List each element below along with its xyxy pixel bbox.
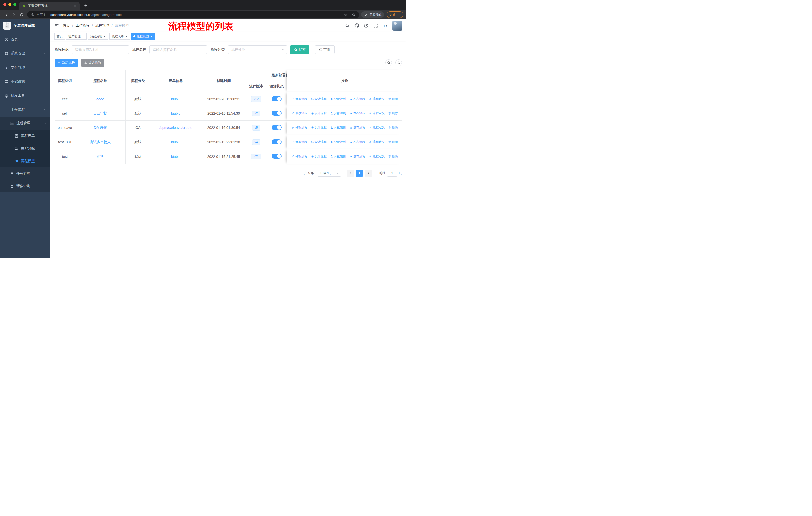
op-delete-link[interactable]: 删除 [388,126,398,130]
op-delete-link[interactable]: 删除 [388,111,398,115]
op-publish-link[interactable]: 发布流程 [349,155,365,159]
op-design-link[interactable]: 设计流程 [311,155,327,159]
form-info-link[interactable]: /bpm/oa/leave/create [159,126,192,130]
process-key-input[interactable] [72,45,129,54]
process-name-link[interactable]: 自己审批 [93,111,108,115]
goto-page-input[interactable] [387,169,397,176]
browser-tab[interactable]: 芋道管理系统 [19,1,80,10]
status-toggle[interactable] [271,139,282,144]
fullscreen-icon[interactable] [373,23,378,28]
tag-my-process[interactable]: 我的流程 [88,33,108,39]
op-publish-link[interactable]: 发布流程 [349,126,365,130]
op-edit-link[interactable]: 修改流程 [291,111,307,115]
process-category-select[interactable]: 流程分类 [228,45,287,54]
close-icon[interactable] [125,35,127,37]
op-definition-link[interactable]: 流程定义 [369,140,385,144]
window-minimize-button[interactable] [8,3,11,6]
search-icon[interactable] [345,23,350,28]
reset-button[interactable]: 重置 [315,45,335,54]
forward-button[interactable] [10,11,18,19]
op-definition-link[interactable]: 流程定义 [369,111,385,115]
page-number-button[interactable]: 1 [356,169,363,176]
form-info-link[interactable]: biubiu [171,97,180,101]
back-button[interactable] [2,11,10,19]
create-process-button[interactable]: 新建流程 [55,59,78,66]
op-design-link[interactable]: 设计流程 [311,126,327,130]
op-design-link[interactable]: 设计流程 [311,140,327,144]
update-button[interactable]: 更新 [387,11,404,18]
breadcrumb-home[interactable]: 首页 [63,23,70,28]
process-name-link[interactable]: OA 请假 [94,126,107,130]
status-toggle[interactable] [271,96,282,101]
op-definition-link[interactable]: 流程定义 [369,97,385,101]
close-icon[interactable] [104,35,106,37]
op-design-link[interactable]: 设计流程 [311,97,327,101]
op-edit-link[interactable]: 修改流程 [291,97,307,101]
sidebar-item-infrastructure[interactable]: 基础设施 [0,75,50,89]
close-icon[interactable] [150,35,152,37]
form-info-link[interactable]: biubiu [171,155,180,159]
toggle-search-button[interactable] [385,59,392,66]
sidebar-item-process-form[interactable]: 流程表单 [0,130,50,142]
process-name-input[interactable] [149,45,207,54]
next-page-button[interactable] [365,169,372,176]
sidebar-toggle-button[interactable] [50,19,63,32]
page-size-select[interactable]: 10条/页 [318,169,341,176]
password-key-icon[interactable] [344,13,348,17]
sidebar-item-system[interactable]: 系统管理 [0,46,50,60]
prev-page-button[interactable] [347,169,354,176]
sidebar-item-devtools[interactable]: 研发工具 [0,89,50,103]
breadcrumb-process-management[interactable]: 流程管理 [95,23,109,28]
window-close-button[interactable] [3,3,6,6]
user-avatar[interactable] [393,21,403,31]
op-definition-link[interactable]: 流程定义 [369,155,385,159]
op-edit-link[interactable]: 修改流程 [291,126,307,130]
status-toggle[interactable] [271,154,282,159]
sidebar-item-process-management[interactable]: 流程管理 [0,117,50,130]
github-icon[interactable] [354,23,359,28]
window-zoom-button[interactable] [13,3,17,6]
search-button[interactable]: 搜索 [290,45,309,54]
op-assign-rule-link[interactable]: 分配规则 [330,111,346,115]
help-icon[interactable] [364,23,369,28]
bookmark-star-icon[interactable] [352,13,356,17]
op-delete-link[interactable]: 删除 [388,140,398,144]
op-edit-link[interactable]: 修改流程 [291,140,307,144]
op-delete-link[interactable]: 删除 [388,97,398,101]
op-delete-link[interactable]: 删除 [388,155,398,159]
sidebar-item-home[interactable]: 首页 [0,32,50,46]
tab-close-icon[interactable] [74,4,77,7]
close-icon[interactable] [82,35,84,37]
import-process-button[interactable]: 导入流程 [81,59,105,66]
address-bar[interactable]: 不安全 dashboard.yudao.iocoder.cn/bpm/manag… [27,11,359,18]
op-assign-rule-link[interactable]: 分配规则 [330,97,346,101]
form-info-link[interactable]: biubiu [171,111,180,115]
breadcrumb-workflow[interactable]: 工作流程 [76,23,90,28]
app-logo[interactable]: 芋道管理系统 [0,19,50,32]
op-edit-link[interactable]: 修改流程 [291,155,307,159]
sidebar-item-user-group[interactable]: 用户分组 [0,142,50,155]
tag-process-form[interactable]: 流程表单 [110,33,130,39]
sidebar-item-process-model[interactable]: 流程模型 [0,155,50,167]
op-publish-link[interactable]: 发布流程 [349,97,365,101]
process-name-link[interactable]: eeee [96,97,104,101]
sidebar-item-workflow[interactable]: 工作流程 [0,103,50,117]
tag-process-model[interactable]: 流程模型 [131,33,155,39]
op-assign-rule-link[interactable]: 分配规则 [330,140,346,144]
tag-home[interactable]: 首页 [54,33,65,39]
refresh-table-button[interactable] [396,59,402,66]
op-assign-rule-link[interactable]: 分配规则 [330,126,346,130]
tag-tenant-management[interactable]: 租户管理 [66,33,87,39]
status-toggle[interactable] [271,111,282,116]
font-size-icon[interactable] [383,23,388,28]
new-tab-button[interactable] [82,2,89,9]
sidebar-item-task-management[interactable]: 任务管理 [0,167,50,180]
sidebar-item-payment[interactable]: 支付管理 [0,60,50,75]
op-publish-link[interactable]: 发布流程 [349,111,365,115]
sidebar-item-leave-query[interactable]: 请假查询 [0,180,50,192]
op-publish-link[interactable]: 发布流程 [349,140,365,144]
form-info-link[interactable]: biubiu [171,140,180,144]
op-definition-link[interactable]: 流程定义 [369,126,385,130]
process-name-link[interactable]: 滔博 [97,155,104,159]
reload-button[interactable] [18,11,25,19]
